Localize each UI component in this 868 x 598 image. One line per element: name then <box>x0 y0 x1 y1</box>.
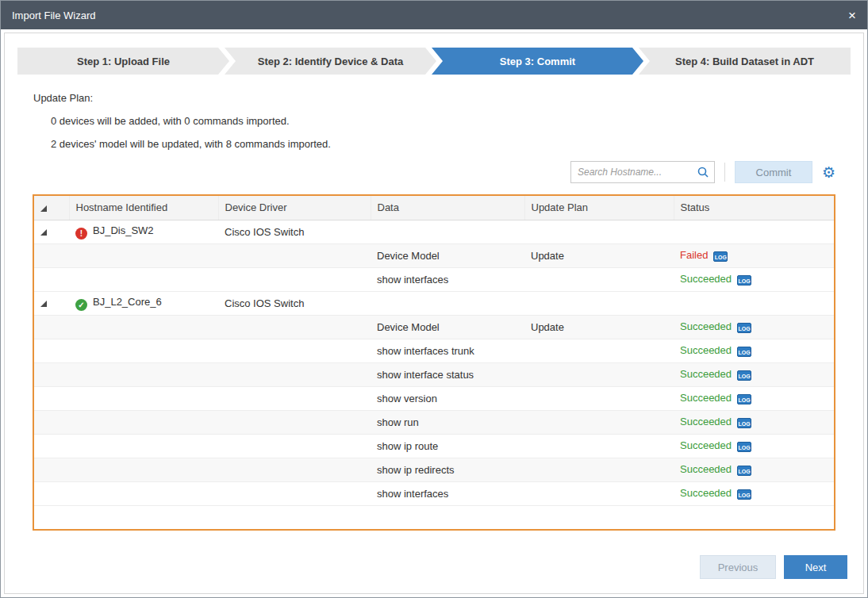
data-command: show ip redirects <box>371 458 524 481</box>
column-header-update-plan: Update Plan <box>524 196 674 220</box>
next-button[interactable]: Next <box>784 555 847 579</box>
device-row: ✓BJ_L2_Core_6Cisco IOS Switch <box>34 291 834 315</box>
log-icon[interactable]: LOG <box>737 466 751 476</box>
status-cell: SucceededLOG <box>674 481 834 505</box>
log-icon[interactable]: LOG <box>713 251 728 262</box>
log-icon[interactable]: LOG <box>737 418 751 428</box>
gear-icon[interactable]: ⚙ <box>822 165 835 180</box>
status-cell: SucceededLOG <box>674 267 834 291</box>
results-table: Hostname IdentifiedDevice DriverDataUpda… <box>33 194 835 531</box>
column-header-status: Status <box>674 196 834 220</box>
data-command: show interfaces <box>371 481 524 505</box>
status-text: Succeeded <box>680 344 732 356</box>
log-icon[interactable]: LOG <box>737 347 751 357</box>
data-command: show interfaces trunk <box>371 339 524 362</box>
status-text: Succeeded <box>680 273 732 285</box>
column-header-data: Data <box>371 196 524 220</box>
commit-button[interactable]: Commit <box>735 161 812 183</box>
step-label: Step 4: Build Dataset in ADT <box>675 56 814 67</box>
import-results-grid: Hostname IdentifiedDevice DriverDataUpda… <box>34 196 834 506</box>
data-command: show run <box>371 410 524 434</box>
search-icon[interactable] <box>697 166 709 178</box>
data-command: Device Model <box>371 315 524 339</box>
device-driver: Cisco IOS Switch <box>218 220 371 243</box>
update-plan-value <box>524 339 674 362</box>
close-icon[interactable]: × <box>848 9 856 22</box>
data-command: Device Model <box>371 243 524 267</box>
command-row: show interface statusSucceededLOG <box>34 362 834 386</box>
error-icon: ! <box>75 228 87 240</box>
wizard-step-3[interactable]: Step 3: Commit <box>432 48 643 75</box>
wizard-content: Step 1: Upload FileStep 2: Identify Devi… <box>4 33 864 594</box>
update-plan-line: 0 devices will be added, with 0 commands… <box>51 115 863 127</box>
log-icon[interactable]: LOG <box>737 489 751 500</box>
log-icon[interactable]: LOG <box>737 442 751 452</box>
status-text: Succeeded <box>680 487 732 499</box>
update-plan-value <box>524 410 674 434</box>
row-expander-icon[interactable] <box>40 229 47 236</box>
search-input[interactable] <box>576 166 697 178</box>
search-box[interactable] <box>570 161 715 183</box>
wizard-step-1[interactable]: Step 1: Upload File <box>17 48 229 75</box>
previous-button[interactable]: Previous <box>700 555 776 579</box>
expand-all-header-cell <box>34 196 69 220</box>
import-file-wizard-window: Import File Wizard × Step 1: Upload File… <box>0 0 868 598</box>
status-text: Succeeded <box>680 463 732 475</box>
step-label: Step 3: Commit <box>500 56 575 67</box>
update-plan-value <box>524 362 674 386</box>
hostname-cell: !BJ_Dis_SW2 <box>69 220 218 243</box>
command-row: show runSucceededLOG <box>34 410 834 434</box>
update-plan-section: Update Plan: 0 devices will be added, wi… <box>33 92 863 150</box>
log-icon[interactable]: LOG <box>737 323 751 333</box>
update-plan-value <box>524 386 674 410</box>
window-title: Import File Wizard <box>12 10 95 21</box>
grid-toolbar: Commit ⚙ <box>5 161 835 183</box>
update-plan-value: Update <box>524 243 674 267</box>
success-icon: ✓ <box>75 299 87 311</box>
update-plan-line: 2 devices' model will be updated, with 8… <box>51 138 863 150</box>
data-command: show interface status <box>371 362 524 386</box>
command-row: show interfaces trunkSucceededLOG <box>34 339 834 362</box>
update-plan-value <box>524 481 674 505</box>
status-cell: FailedLOG <box>674 243 834 267</box>
command-row: show versionSucceededLOG <box>34 386 834 410</box>
update-plan-value <box>524 267 674 291</box>
column-header-device-driver: Device Driver <box>218 196 371 220</box>
status-text: Succeeded <box>680 320 732 332</box>
wizard-footer: Previous Next <box>700 555 847 579</box>
device-driver: Cisco IOS Switch <box>218 291 371 315</box>
update-plan-value <box>524 458 674 481</box>
expander-cell <box>34 220 69 243</box>
row-expander-icon[interactable] <box>40 301 47 307</box>
log-icon[interactable]: LOG <box>737 370 751 381</box>
status-cell: SucceededLOG <box>674 458 834 481</box>
status-text: Succeeded <box>680 439 732 451</box>
command-row: show ip routeSucceededLOG <box>34 434 834 458</box>
status-cell: SucceededLOG <box>674 386 834 410</box>
wizard-steps: Step 1: Upload FileStep 2: Identify Devi… <box>17 48 851 75</box>
log-icon[interactable]: LOG <box>737 275 751 286</box>
expander-cell <box>34 291 69 315</box>
collapse-all-icon[interactable] <box>40 205 47 212</box>
data-command: show ip route <box>371 434 524 458</box>
hostname-label: BJ_Dis_SW2 <box>93 224 154 236</box>
status-cell: SucceededLOG <box>674 410 834 434</box>
hostname-label: BJ_L2_Core_6 <box>93 296 162 308</box>
command-row: show interfacesSucceededLOG <box>34 481 834 505</box>
wizard-step-2[interactable]: Step 2: Identify Device & Data <box>225 48 436 75</box>
status-cell: SucceededLOG <box>674 362 834 386</box>
status-text: Succeeded <box>680 416 732 427</box>
status-cell: SucceededLOG <box>674 434 834 458</box>
update-plan-value: Update <box>524 315 674 339</box>
command-row: Device ModelUpdateSucceededLOG <box>34 315 834 339</box>
status-text: Succeeded <box>680 368 732 380</box>
data-command: show interfaces <box>371 267 524 291</box>
toolbar-divider <box>724 163 725 182</box>
step-label: Step 1: Upload File <box>77 56 170 67</box>
update-plan-value <box>524 434 674 458</box>
log-icon[interactable]: LOG <box>737 394 751 404</box>
command-row: show interfacesSucceededLOG <box>34 267 834 291</box>
data-command: show version <box>371 386 524 410</box>
device-row: !BJ_Dis_SW2Cisco IOS Switch <box>34 220 834 243</box>
wizard-step-4[interactable]: Step 4: Build Dataset in ADT <box>639 48 851 75</box>
